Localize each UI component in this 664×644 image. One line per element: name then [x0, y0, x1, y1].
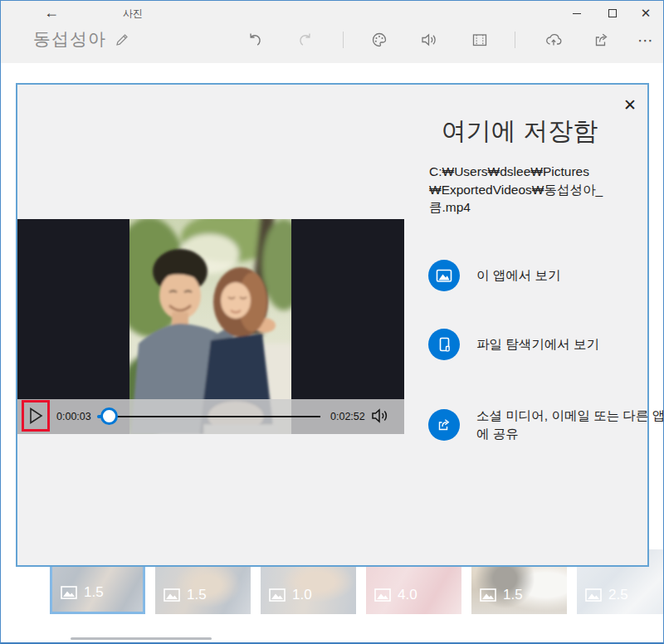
share-to-apps-button[interactable]: 소셜 미디어, 이메일 또는 다른 앱에 공유 [428, 407, 664, 442]
close-icon: ✕ [641, 6, 652, 21]
motion-button[interactable] [470, 30, 490, 50]
current-time: 0:00:03 [56, 411, 91, 422]
play-icon [27, 406, 44, 426]
play-button-highlighted[interactable] [22, 400, 50, 432]
pencil-icon [114, 32, 130, 48]
toolbar-divider [515, 32, 515, 48]
clip-duration-badge: 1.5 [164, 587, 207, 603]
filmstrip-scrollbar[interactable] [71, 637, 212, 640]
photos-app-window: ← 사진 ✕ 동섭성아 ⋯ [0, 0, 664, 644]
close-icon: ✕ [623, 95, 637, 115]
more-options-button[interactable]: ⋯ [636, 30, 656, 50]
clip-duration: 2.5 [608, 587, 628, 603]
path-line: C:₩Users₩dslee₩Pictures [429, 163, 650, 181]
minimize-button[interactable] [563, 3, 591, 23]
image-icon [374, 588, 391, 602]
clip-duration: 1.5 [503, 587, 523, 603]
minimize-icon [573, 13, 581, 14]
film-frame-icon [471, 31, 489, 49]
view-in-app-button[interactable]: 이 앱에서 보기 [428, 260, 664, 291]
image-icon [269, 588, 286, 602]
seek-bar[interactable] [97, 399, 320, 434]
clip-duration-badge: 2.5 [585, 587, 628, 603]
volume-icon [369, 407, 391, 425]
audio-button[interactable] [419, 30, 439, 50]
clip-duration: 1.0 [292, 587, 312, 603]
back-button[interactable]: ← [40, 2, 63, 23]
image-icon [585, 588, 602, 602]
image-icon [61, 586, 77, 599]
action-label: 파일 탐색기에서 보기 [476, 335, 664, 354]
share-button[interactable] [592, 30, 612, 50]
app-title: 사진 [123, 7, 143, 21]
redo-icon [296, 31, 315, 49]
view-in-file-explorer-button[interactable]: 파일 탐색기에서 보기 [428, 329, 664, 360]
window-close-button[interactable]: ✕ [632, 3, 660, 23]
ellipsis-icon: ⋯ [637, 31, 654, 50]
action-label: 소셜 미디어, 이메일 또는 다른 앱에 공유 [476, 407, 664, 442]
seek-thumb[interactable] [100, 407, 118, 425]
clip-duration-badge: 1.5 [480, 587, 523, 603]
seek-track [110, 416, 320, 417]
toolbar-divider [343, 32, 344, 48]
speaker-icon [419, 31, 439, 49]
export-button[interactable] [544, 30, 564, 50]
filters-button[interactable] [369, 30, 389, 50]
file-explorer-icon [428, 329, 460, 360]
clip-duration: 4.0 [398, 587, 417, 603]
project-title: 동섭성아 [33, 27, 106, 51]
action-label: 이 앱에서 보기 [476, 266, 664, 285]
total-time: 0:02:52 [330, 411, 365, 422]
undo-icon [246, 31, 264, 49]
dialog-close-button[interactable]: ✕ [618, 93, 642, 116]
exported-file-path: C:₩Users₩dslee₩Pictures ₩ExportedVideos₩… [429, 163, 650, 217]
share-icon [428, 409, 460, 441]
video-preview[interactable]: 0:00:03 0:02:52 [17, 219, 404, 434]
palette-icon [370, 31, 388, 49]
path-line: ₩ExportedVideos₩동섭성아_ [429, 181, 650, 199]
export-complete-dialog: ✕ 여기에 저장함 C:₩Users₩dslee₩Pictures ₩Expor… [16, 83, 649, 567]
video-controls-bar: 0:00:03 0:02:52 [17, 399, 404, 434]
clip-duration-badge: 1.5 [61, 584, 104, 601]
rename-button[interactable] [112, 30, 132, 50]
cloud-upload-icon [544, 31, 564, 49]
share-icon [592, 31, 612, 49]
undo-button[interactable] [245, 30, 265, 50]
image-icon [480, 588, 496, 602]
dialog-title: 여기에 저장함 [395, 115, 644, 149]
back-arrow-icon: ← [44, 4, 59, 22]
clip-duration: 1.5 [187, 587, 207, 603]
clip-duration: 1.5 [84, 584, 104, 601]
redo-button[interactable] [295, 30, 315, 50]
path-line: 큼.mp4 [429, 198, 650, 217]
clip-duration-badge: 1.0 [269, 587, 312, 603]
maximize-button[interactable] [598, 3, 627, 23]
photo-icon [428, 260, 460, 291]
image-icon [164, 588, 180, 602]
clip-duration-badge: 4.0 [374, 587, 417, 603]
title-bar: ← 사진 ✕ 동섭성아 ⋯ [0, 0, 664, 63]
maximize-icon [608, 9, 617, 17]
volume-button[interactable] [369, 407, 391, 428]
